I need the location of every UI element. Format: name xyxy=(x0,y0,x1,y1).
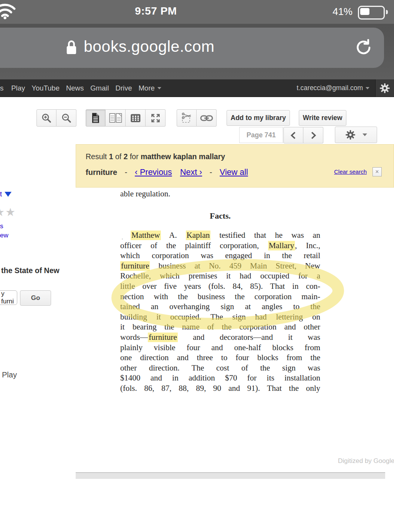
refresh-icon[interactable] xyxy=(354,39,372,56)
clip-icon xyxy=(181,112,192,124)
book-line: one direction and three to four blocks f… xyxy=(120,353,320,363)
battery-percent: 41% xyxy=(333,6,353,18)
book-line: building it occupied. The sign had lette… xyxy=(120,312,320,323)
book-line: it bearing the name of the corporation a… xyxy=(120,322,320,333)
clear-search-link[interactable]: Clear search xyxy=(334,168,367,175)
link-button[interactable] xyxy=(197,109,217,127)
next-result-link[interactable]: Next › xyxy=(180,168,202,177)
google-nav-item-youtube[interactable]: YouTube xyxy=(31,84,60,92)
search-term-highlight: furniture xyxy=(148,333,177,342)
book-line: other direction. The cost of the sign wa… xyxy=(120,363,320,374)
book-line: words—furniture and decorators—and it wa… xyxy=(120,333,320,343)
google-nav-item-play[interactable]: Play xyxy=(11,84,25,92)
search-result-banner: Result 1 of 2 for matthew kaplan mallary… xyxy=(76,144,394,188)
caret-down-icon xyxy=(366,87,369,89)
google-nav-item-gmail[interactable]: Gmail xyxy=(90,84,109,92)
google-nav-item-news[interactable]: News xyxy=(66,84,84,92)
battery-icon xyxy=(358,6,385,20)
digitized-by-google-label: Digitized by Google xyxy=(338,457,394,465)
clip-link-button-group xyxy=(177,109,217,127)
search-result-line1: Result 1 of 2 for matthew kaplan mallary xyxy=(86,152,225,161)
two-page-view-button[interactable] xyxy=(106,109,126,127)
zoom-in-icon xyxy=(41,113,52,124)
zoom-in-button[interactable] xyxy=(36,109,56,127)
chevron-right-icon xyxy=(310,131,317,140)
book-line: (fols. 86, 87, 88, 89, 90 and 91). That … xyxy=(120,384,320,394)
book-heading: Facts. xyxy=(120,211,320,221)
url-text: books.google.com xyxy=(84,38,215,56)
go-button[interactable]: Go xyxy=(20,290,51,306)
gear-icon xyxy=(345,130,356,140)
google-nav-item-more[interactable]: More xyxy=(139,84,161,92)
book-line: $1400 and in addition $70 for its instal… xyxy=(120,373,320,384)
thumbnail-grid-icon xyxy=(131,114,141,122)
gear-icon xyxy=(379,83,390,94)
sidebar-link-fragment-reviews[interactable]: s xyxy=(0,222,3,230)
book-prior-line: able regulation. xyxy=(120,189,171,199)
zoom-out-icon xyxy=(61,113,72,124)
search-term-highlight: Kaplan xyxy=(186,231,211,240)
status-bar: 9:57 PM 41% xyxy=(0,0,394,24)
search-query-line1: matthew kaplan mallary xyxy=(141,152,225,161)
clip-button[interactable] xyxy=(177,109,197,127)
book-title-fragment: the State of New xyxy=(1,266,60,275)
write-review-button[interactable]: Write review xyxy=(299,110,346,126)
view-mode-button-group xyxy=(86,109,166,127)
rating-stars[interactable]: ★★ xyxy=(0,206,16,219)
address-bar: books.google.com xyxy=(0,24,394,79)
sidebar-dropdown-fragment[interactable]: t xyxy=(0,190,12,198)
book-line: which corporation was engaged in the ret… xyxy=(120,251,320,261)
view-all-results-link[interactable]: View all xyxy=(220,168,248,177)
lock-icon xyxy=(65,39,78,56)
thumbnail-grid-button[interactable] xyxy=(126,109,146,127)
play-text-fragment: Play xyxy=(2,371,17,379)
single-page-icon xyxy=(91,112,100,124)
two-page-icon xyxy=(109,113,122,123)
book-page-scan: able regulation. Facts. · Matthew A. Kap… xyxy=(76,188,394,487)
search-term-highlight: Matthew xyxy=(131,231,161,240)
safari-window: 9:57 PM 41% books.google.com sPlayYouTub… xyxy=(0,0,394,532)
book-line: tained an overhanging sign at angles to … xyxy=(120,302,320,312)
previous-page-button[interactable] xyxy=(283,127,303,143)
page-number-input[interactable]: Page 741 xyxy=(239,127,283,143)
link-icon xyxy=(200,114,213,122)
result-number: 1 xyxy=(109,152,113,161)
status-time: 9:57 PM xyxy=(125,5,187,17)
close-icon[interactable]: × xyxy=(372,167,382,176)
fullscreen-button[interactable] xyxy=(146,109,166,127)
zoom-button-group xyxy=(36,109,76,127)
book-line: Matthew A. Kaplan testified that he was … xyxy=(120,231,320,241)
caret-down-icon xyxy=(157,87,161,89)
url-field[interactable]: books.google.com xyxy=(0,28,384,68)
caret-down-icon xyxy=(363,133,367,136)
book-line: plainly visible four and one-half blocks… xyxy=(120,343,320,353)
book-paragraph: Matthew A. Kaplan testified that he was … xyxy=(120,231,320,394)
chevron-left-icon xyxy=(290,131,297,140)
sidebar-link-fragment-review[interactable]: ew xyxy=(0,232,8,239)
next-page-button[interactable] xyxy=(303,127,323,143)
search-in-book-input[interactable]: y furni xyxy=(0,290,17,305)
account-menu[interactable]: t.careccia@gmail.com xyxy=(297,79,369,97)
settings-gear-button[interactable] xyxy=(375,79,394,97)
search-term-highlight: furniture xyxy=(120,261,150,271)
google-nav-item-drive[interactable]: Drive xyxy=(116,84,132,92)
book-line: furniture business at No. 459 Main Stree… xyxy=(120,261,320,272)
previous-result-link[interactable]: ‹ Previous xyxy=(135,168,172,177)
google-nav-item-s[interactable]: s xyxy=(0,84,3,92)
wifi-icon xyxy=(0,2,16,19)
page-settings-dropdown[interactable] xyxy=(335,127,377,143)
book-line: Rochelle, which premises it had occupied… xyxy=(120,271,320,282)
google-nav: sPlayYouTubeNewsGmailDriveMore xyxy=(0,79,161,97)
fullscreen-icon xyxy=(150,113,161,124)
book-line: nection with the business the corporatio… xyxy=(120,292,320,302)
page-nav-button-group xyxy=(283,127,323,143)
search-term-highlight: Mallary xyxy=(268,241,295,250)
book-line: officer of the plaintiff corporation, Ma… xyxy=(120,241,320,251)
google-bar: sPlayYouTubeNewsGmailDriveMore t.carecci… xyxy=(0,79,394,97)
book-line: little over five years (fols. 84, 85). T… xyxy=(120,282,320,292)
account-email: t.careccia@gmail.com xyxy=(297,84,363,92)
zoom-out-button[interactable] xyxy=(56,109,76,127)
add-to-library-button[interactable]: Add to my library xyxy=(227,110,290,126)
single-page-view-button[interactable] xyxy=(86,109,106,127)
search-query-line2: furniture xyxy=(86,168,117,176)
